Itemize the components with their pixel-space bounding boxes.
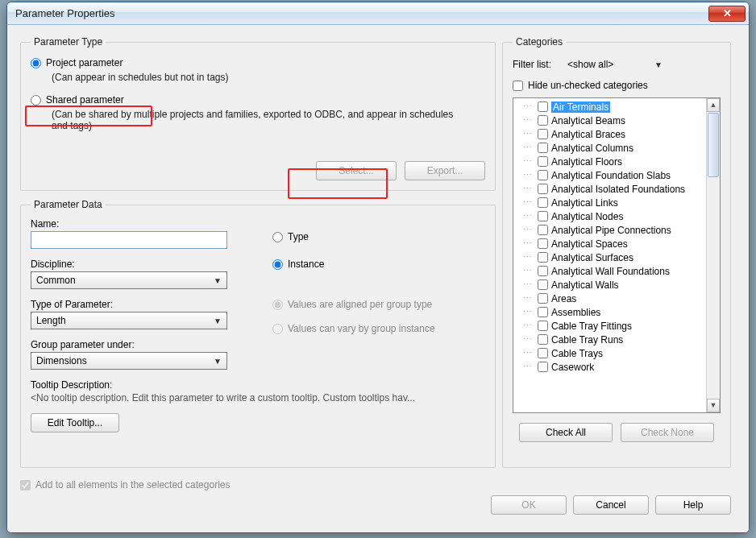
- tree-dots-icon: ⋯: [517, 348, 538, 358]
- category-checkbox[interactable]: [538, 101, 548, 112]
- type-radio-label: Type: [288, 231, 309, 242]
- project-parameter-radio[interactable]: [31, 58, 41, 68]
- category-row[interactable]: ⋯Analytical Beams: [517, 114, 720, 127]
- tree-dots-icon: ⋯: [517, 184, 538, 194]
- values-vary-radio: [272, 324, 283, 334]
- category-row[interactable]: ⋯Analytical Walls: [517, 278, 720, 292]
- type-of-parameter-combo[interactable]: Length ▼: [31, 312, 227, 329]
- category-row[interactable]: ⋯Cable Trays: [517, 346, 720, 360]
- tree-dots-icon: ⋯: [517, 101, 538, 112]
- select-button[interactable]: Select...: [316, 161, 397, 180]
- categories-legend: Categories: [513, 36, 566, 48]
- category-checkbox[interactable]: [538, 197, 548, 208]
- cancel-button[interactable]: Cancel: [573, 495, 649, 515]
- values-vary-radio-row: Values can vary by group instance: [272, 323, 498, 334]
- add-to-all-label: Add to all elements in the selected cate…: [35, 479, 230, 490]
- category-row[interactable]: ⋯Casework: [517, 360, 720, 374]
- tree-dots-icon: ⋯: [517, 115, 538, 126]
- category-checkbox[interactable]: [538, 362, 548, 372]
- category-label: Analytical Spaces: [551, 238, 628, 250]
- category-row[interactable]: ⋯Analytical Links: [517, 196, 720, 209]
- category-checkbox[interactable]: [538, 184, 548, 194]
- type-radio-row: Type: [272, 231, 498, 242]
- category-row[interactable]: ⋯Analytical Pipe Connections: [517, 223, 720, 237]
- tree-dots-icon: ⋯: [517, 321, 538, 331]
- values-aligned-label: Values are aligned per group type: [288, 299, 432, 310]
- group-under-label: Group parameter under:: [31, 339, 485, 350]
- categories-group: Categories Filter list: <show all> ▼ Hid…: [502, 36, 731, 468]
- categories-tree[interactable]: ⋯Air Terminals⋯Analytical Beams⋯Analytic…: [513, 97, 721, 413]
- category-row[interactable]: ⋯Analytical Braces: [517, 127, 720, 141]
- values-vary-label: Values can vary by group instance: [288, 323, 435, 334]
- values-aligned-radio-row: Values are aligned per group type: [272, 299, 498, 310]
- category-checkbox[interactable]: [538, 293, 548, 304]
- category-checkbox[interactable]: [538, 143, 548, 153]
- help-button[interactable]: Help: [655, 495, 731, 515]
- category-label: Cable Tray Fittings: [551, 321, 632, 332]
- instance-radio[interactable]: [272, 259, 283, 270]
- category-checkbox[interactable]: [538, 225, 548, 235]
- category-label: Cable Tray Runs: [551, 334, 623, 346]
- edit-tooltip-button[interactable]: Edit Tooltip...: [31, 413, 119, 432]
- scroll-down-button[interactable]: ▼: [707, 399, 720, 412]
- shared-parameter-label: Shared parameter: [46, 94, 124, 106]
- category-label: Analytical Wall Foundations: [551, 266, 670, 277]
- category-row[interactable]: ⋯Analytical Spaces: [517, 237, 720, 250]
- category-row[interactable]: ⋯Analytical Floors: [517, 155, 720, 168]
- name-input[interactable]: [31, 231, 227, 249]
- project-parameter-label: Project parameter: [46, 57, 123, 68]
- hide-unchecked-checkbox[interactable]: [513, 81, 523, 91]
- scroll-thumb[interactable]: [708, 113, 719, 177]
- discipline-combo[interactable]: Common ▼: [31, 271, 227, 289]
- name-label: Name:: [31, 218, 485, 230]
- tree-dots-icon: ⋯: [517, 156, 538, 167]
- tree-dots-icon: ⋯: [517, 238, 538, 249]
- ok-button[interactable]: OK: [491, 495, 567, 515]
- category-row[interactable]: ⋯Analytical Surfaces: [517, 250, 720, 264]
- type-radio[interactable]: [272, 232, 283, 242]
- tree-dots-icon: ⋯: [517, 252, 538, 263]
- category-checkbox[interactable]: [538, 279, 548, 290]
- category-row[interactable]: ⋯Areas: [517, 292, 720, 305]
- filter-list-label: Filter list:: [513, 59, 551, 70]
- close-button[interactable]: ✕: [708, 6, 746, 22]
- check-none-button[interactable]: Check None: [621, 423, 714, 442]
- category-row[interactable]: ⋯Analytical Isolated Foundations: [517, 182, 720, 196]
- category-row[interactable]: ⋯Analytical Columns: [517, 141, 720, 155]
- shared-parameter-radio[interactable]: [31, 95, 41, 106]
- category-checkbox[interactable]: [538, 307, 548, 317]
- category-checkbox[interactable]: [538, 129, 548, 139]
- category-checkbox[interactable]: [538, 238, 548, 249]
- category-checkbox[interactable]: [538, 266, 548, 276]
- shared-parameter-radio-row: Shared parameter: [31, 94, 485, 106]
- category-checkbox[interactable]: [538, 348, 548, 358]
- project-parameter-radio-row: Project parameter: [31, 57, 485, 68]
- tree-dots-icon: ⋯: [517, 129, 538, 139]
- filter-list-combo[interactable]: <show all> ▼: [563, 56, 667, 73]
- category-row[interactable]: ⋯Assemblies: [517, 305, 720, 319]
- category-checkbox[interactable]: [538, 321, 548, 331]
- tree-dots-icon: ⋯: [517, 170, 538, 180]
- category-checkbox[interactable]: [538, 115, 548, 126]
- category-checkbox[interactable]: [538, 252, 548, 263]
- group-under-combo[interactable]: Dimensions ▼: [31, 352, 227, 370]
- category-row[interactable]: ⋯Cable Tray Fittings: [517, 319, 720, 333]
- category-row[interactable]: ⋯Analytical Foundation Slabs: [517, 168, 720, 182]
- category-row[interactable]: ⋯Analytical Nodes: [517, 209, 720, 223]
- export-button[interactable]: Export...: [405, 161, 485, 180]
- filter-list-value: <show all>: [567, 59, 613, 70]
- category-row[interactable]: ⋯Cable Tray Runs: [517, 333, 720, 346]
- vertical-scrollbar[interactable]: ▲ ▼: [706, 98, 720, 412]
- category-checkbox[interactable]: [538, 170, 548, 180]
- category-checkbox[interactable]: [538, 334, 548, 345]
- scroll-up-button[interactable]: ▲: [707, 98, 720, 112]
- category-row[interactable]: ⋯Air Terminals: [517, 100, 720, 114]
- category-row[interactable]: ⋯Analytical Wall Foundations: [517, 264, 720, 278]
- check-all-button[interactable]: Check All: [519, 423, 613, 442]
- category-checkbox[interactable]: [538, 156, 548, 167]
- tree-dots-icon: ⋯: [517, 225, 538, 235]
- category-label: Analytical Beams: [551, 115, 625, 126]
- tree-dots-icon: ⋯: [517, 334, 538, 345]
- type-of-parameter-value: Length: [36, 315, 66, 326]
- category-checkbox[interactable]: [538, 211, 548, 221]
